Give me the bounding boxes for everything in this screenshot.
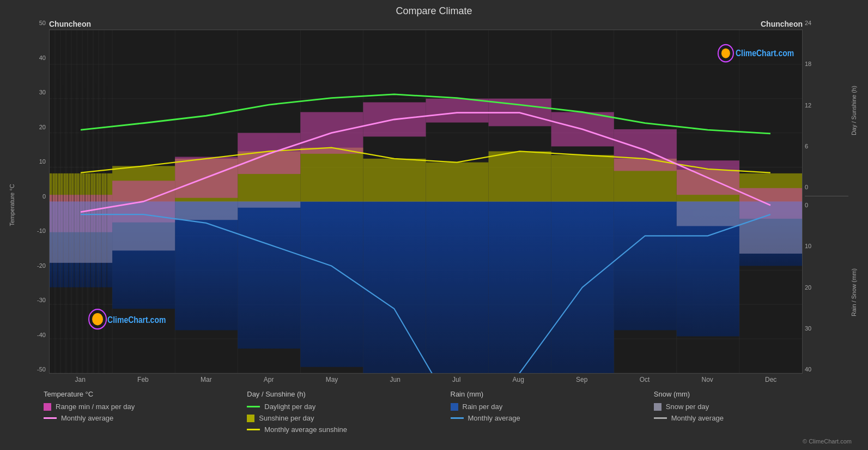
svg-rect-27 — [175, 202, 238, 331]
y-right-40: 40 — [805, 366, 848, 373]
y-axis-left-title: Temperature °C — [9, 184, 15, 226]
svg-rect-88 — [739, 202, 802, 254]
legend-snow-avg-label: Monthly average — [671, 414, 724, 422]
x-label-may: May — [326, 376, 338, 383]
y-left-50: 50 — [39, 20, 46, 26]
y-left-n20: -20 — [37, 262, 46, 269]
svg-rect-41 — [300, 148, 363, 202]
y-right-10: 10 — [805, 243, 848, 249]
legend-snow-swatch — [654, 403, 661, 411]
svg-rect-45 — [551, 155, 614, 201]
y-right-0bot: 0 — [805, 202, 848, 208]
x-label-apr: Apr — [264, 376, 274, 383]
y-left-n40: -40 — [37, 332, 46, 338]
y-left-n50: -50 — [37, 366, 46, 373]
x-label-nov: Nov — [701, 376, 713, 383]
x-label-feb: Feb — [137, 376, 149, 383]
legend-rain-swatch — [451, 403, 458, 411]
chart-area: ClimeChart.com ClimeChart.com — [49, 29, 803, 374]
svg-text:ClimeChart.com: ClimeChart.com — [107, 315, 166, 325]
legend-snow-title: Snow (mm) — [654, 390, 846, 398]
y-right-12: 12 — [805, 102, 848, 109]
x-label-oct: Oct — [640, 376, 650, 383]
x-label-jun: Jun — [390, 376, 400, 383]
svg-rect-85 — [175, 202, 238, 220]
legend-sunshine-title: Day / Sunshine (h) — [247, 390, 439, 398]
svg-rect-32 — [489, 202, 551, 374]
legend-snow-column: Snow (mm) Snow per day Monthly average — [654, 390, 846, 434]
y-left-30: 30 — [39, 89, 46, 95]
y-right-30: 30 — [805, 325, 848, 332]
svg-rect-87 — [677, 202, 739, 226]
copyright: © ClimeChart.com — [11, 436, 857, 445]
legend-temp-title: Temperature °C — [44, 390, 236, 398]
legend-sunshine-swatch — [247, 415, 254, 422]
x-label-dec: Dec — [765, 376, 776, 383]
legend-rain-label: Rain per day — [463, 403, 503, 411]
svg-rect-86 — [238, 202, 300, 208]
y-left-0: 0 — [43, 193, 46, 200]
y-right-24: 24 — [805, 20, 848, 26]
legend-temp-range-label: Range min / max per day — [56, 403, 135, 411]
svg-rect-43 — [426, 163, 489, 202]
x-label-jul: Jul — [452, 376, 460, 383]
x-label-mar: Mar — [201, 376, 212, 383]
x-label-sep: Sep — [576, 376, 587, 383]
y-left-n30: -30 — [37, 297, 46, 303]
y-left-10: 10 — [39, 158, 46, 165]
legend-daylight-swatch — [247, 406, 260, 407]
legend-sunshine-column: Day / Sunshine (h) Daylight per day Suns… — [247, 390, 439, 434]
svg-rect-44 — [489, 151, 551, 201]
y-right-0top: 0 — [805, 184, 848, 190]
legend-sunshine-avg-label: Monthly average sunshine — [264, 425, 347, 434]
left-city-label: Chuncheon — [49, 20, 91, 28]
svg-rect-84 — [112, 202, 175, 251]
y-right-20: 20 — [805, 284, 848, 291]
legend-temp-avg-label: Monthly average — [61, 414, 113, 422]
svg-point-93 — [721, 49, 730, 58]
svg-rect-28 — [238, 202, 300, 349]
legend-rain-title: Rain (mm) — [451, 390, 643, 398]
svg-rect-55 — [426, 99, 489, 123]
y-left-n10: -10 — [37, 227, 46, 234]
page-title: Compare Climate — [11, 5, 857, 17]
legend-sunshine-avg-swatch — [247, 429, 260, 430]
svg-rect-42 — [363, 159, 426, 202]
legend-daylight-label: Daylight per day — [264, 403, 315, 411]
legend-temp-range-swatch — [44, 403, 51, 411]
legend-snow-avg-swatch — [654, 417, 667, 419]
svg-text:ClimeChart.com: ClimeChart.com — [736, 49, 794, 58]
legend-temp-avg-swatch — [44, 417, 57, 419]
svg-rect-34 — [614, 202, 677, 331]
y-left-40: 40 — [39, 55, 46, 61]
legend-snow-per-day-label: Snow per day — [666, 403, 709, 411]
legend-rain-avg-swatch — [451, 417, 464, 419]
y-left-20: 20 — [39, 124, 46, 130]
svg-rect-31 — [426, 202, 489, 374]
legend-temp-column: Temperature °C Range min / max per day M… — [44, 390, 236, 434]
y-right-rain-title: Rain / Snow (mm) — [851, 202, 857, 384]
svg-rect-29 — [300, 202, 363, 367]
right-city-label: Chuncheon — [761, 20, 803, 28]
y-right-6: 6 — [805, 143, 848, 149]
legend-sunshine-label: Sunshine per day — [259, 414, 314, 422]
svg-rect-83 — [50, 202, 112, 263]
legend-rain-avg-label: Monthly average — [468, 414, 520, 422]
legend-rain-column: Rain (mm) Rain per day Monthly average — [451, 390, 643, 434]
y-right-sunshine-title: Day / Sunshine (h) — [851, 20, 857, 202]
svg-point-90 — [92, 313, 103, 325]
x-label-aug: Aug — [513, 376, 524, 383]
y-right-18: 18 — [805, 61, 848, 67]
x-label-jan: Jan — [75, 376, 86, 383]
